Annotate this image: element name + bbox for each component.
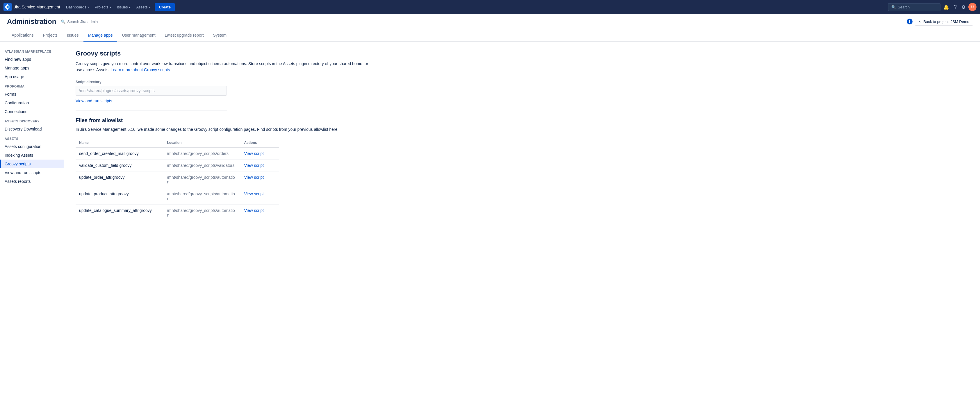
table-header-row: Name Location Actions: [76, 138, 279, 148]
cell-name: update_catalogue_summary_attr.groovy: [76, 205, 164, 221]
sidebar-section-label: ASSETS DISCOVERY: [0, 116, 64, 125]
gear-icon: ⚙: [961, 4, 966, 10]
secondary-navigation: Applications Projects Issues Manage apps…: [0, 29, 980, 41]
chevron-down-icon: ▾: [88, 6, 89, 9]
tab-latest-upgrade-report[interactable]: Latest upgrade report: [160, 29, 208, 41]
top-nav-right: 🔍 Search 🔔 ? ⚙ U: [888, 2, 977, 12]
cell-actions: View script: [240, 188, 279, 205]
tab-issues[interactable]: Issues: [62, 29, 83, 41]
sidebar-item-connections[interactable]: Connections: [0, 107, 64, 116]
sidebar-section-proforma: PROFORMA Forms Configuration Connections: [0, 81, 64, 116]
view-script-link[interactable]: View script: [244, 175, 264, 179]
content-description: Groovy scripts give you more control ove…: [76, 61, 372, 73]
cell-location: /mnt/shared/groovy_scripts/orders: [164, 148, 240, 160]
cell-name: validate_custom_field.groovy: [76, 160, 164, 171]
sidebar-item-app-usage[interactable]: App usage: [0, 72, 64, 81]
sidebar-item-discovery-download[interactable]: Discovery Download: [0, 125, 64, 133]
assets-nav-btn[interactable]: Assets ▾: [134, 3, 153, 11]
back-button-label: Back to project: JSM Demo: [924, 19, 969, 24]
sidebar-item-find-new-apps[interactable]: Find new apps: [0, 55, 64, 63]
script-directory-input[interactable]: [76, 86, 227, 96]
chevron-down-icon: ▾: [129, 6, 130, 9]
cell-actions: View script: [240, 160, 279, 171]
table-row: update_product_attr.groovy /mnt/shared/g…: [76, 188, 279, 205]
sidebar-section-label: ATLASSIAN MARKETPLACE: [0, 46, 64, 55]
admin-search[interactable]: 🔍 Search Jira admin: [61, 19, 98, 24]
cell-name: send_order_created_mail.groovy: [76, 148, 164, 160]
notifications-button[interactable]: 🔔: [942, 3, 951, 12]
main-layout: ATLASSIAN MARKETPLACE Find new apps Mana…: [0, 41, 980, 411]
search-icon: 🔍: [61, 19, 65, 24]
sidebar: ATLASSIAN MARKETPLACE Find new apps Mana…: [0, 41, 64, 411]
sidebar-section-label: ASSETS: [0, 133, 64, 142]
sidebar-item-indexing-assets[interactable]: Indexing Assets: [0, 151, 64, 160]
cell-location: /mnt/shared/groovy_scripts/automation: [164, 205, 240, 221]
bell-icon: 🔔: [943, 4, 949, 10]
dashboards-nav-btn[interactable]: Dashboards ▾: [64, 3, 91, 11]
cell-name: update_order_attr.groovy: [76, 171, 164, 188]
issues-nav-btn[interactable]: Issues ▾: [115, 3, 133, 11]
learn-more-link[interactable]: Learn more about Groovy scripts: [111, 67, 170, 72]
info-badge[interactable]: i: [907, 19, 913, 24]
sidebar-item-configuration[interactable]: Configuration: [0, 98, 64, 107]
admin-header: Administration 🔍 Search Jira admin i ↖ B…: [0, 14, 980, 29]
search-icon: 🔍: [891, 5, 896, 9]
view-script-link[interactable]: View script: [244, 192, 264, 196]
sidebar-item-view-run-scripts[interactable]: View and run scripts: [0, 168, 64, 177]
col-header-actions: Actions: [240, 138, 279, 148]
user-avatar[interactable]: U: [968, 3, 977, 11]
table-row: update_catalogue_summary_attr.groovy /mn…: [76, 205, 279, 221]
sidebar-section-assets: ASSETS Assets configuration Indexing Ass…: [0, 133, 64, 186]
tab-user-management[interactable]: User management: [117, 29, 160, 41]
view-script-link[interactable]: View script: [244, 151, 264, 156]
files-table: Name Location Actions send_order_created…: [76, 138, 279, 221]
cell-location: /mnt/shared/groovy_scripts/automation: [164, 171, 240, 188]
sidebar-section-label: PROFORMA: [0, 81, 64, 90]
sidebar-section-atlassian-marketplace: ATLASSIAN MARKETPLACE Find new apps Mana…: [0, 46, 64, 81]
global-search-box[interactable]: 🔍 Search: [888, 3, 940, 11]
chevron-down-icon: ▾: [149, 6, 150, 9]
view-script-link[interactable]: View script: [244, 208, 264, 213]
view-script-link[interactable]: View script: [244, 163, 264, 168]
admin-header-right: i ↖ Back to project: JSM Demo: [907, 18, 973, 25]
cell-actions: View script: [240, 171, 279, 188]
projects-nav-btn[interactable]: Projects ▾: [92, 3, 113, 11]
admin-title-row: Administration 🔍 Search Jira admin: [7, 17, 98, 25]
tab-system[interactable]: System: [208, 29, 231, 41]
admin-search-label: Search Jira admin: [67, 19, 98, 24]
sidebar-item-forms[interactable]: Forms: [0, 90, 64, 98]
app-name-label: Jira Service Management: [14, 5, 60, 9]
cell-actions: View script: [240, 148, 279, 160]
section-divider: [76, 110, 227, 111]
tab-projects[interactable]: Projects: [38, 29, 62, 41]
top-navigation: Jira Service Management Dashboards ▾ Pro…: [0, 0, 980, 14]
sidebar-item-assets-reports[interactable]: Assets reports: [0, 177, 64, 186]
help-button[interactable]: ?: [952, 2, 958, 12]
files-section-desc: In Jira Service Management 5.16, we made…: [76, 127, 372, 133]
sidebar-section-assets-discovery: ASSETS DISCOVERY Discovery Download: [0, 116, 64, 133]
settings-button[interactable]: ⚙: [959, 3, 967, 12]
help-icon: ?: [954, 4, 957, 10]
sidebar-item-groovy-scripts[interactable]: Groovy scripts: [0, 160, 64, 168]
col-header-name: Name: [76, 138, 164, 148]
app-logo[interactable]: Jira Service Management: [3, 3, 60, 11]
chevron-down-icon: ▾: [110, 6, 111, 9]
col-header-location: Location: [164, 138, 240, 148]
content-title: Groovy scripts: [76, 50, 372, 57]
cell-location: /mnt/shared/groovy_scripts/validators: [164, 160, 240, 171]
search-placeholder: Search: [898, 5, 910, 9]
cell-actions: View script: [240, 205, 279, 221]
create-button[interactable]: Create: [155, 3, 175, 11]
files-section-title: Files from allowlist: [76, 117, 372, 124]
sidebar-item-manage-apps[interactable]: Manage apps: [0, 63, 64, 72]
script-directory-label: Script directory: [76, 80, 372, 84]
page-title: Administration: [7, 17, 56, 25]
main-content: Groovy scripts Groovy scripts give you m…: [64, 41, 384, 411]
tab-applications[interactable]: Applications: [7, 29, 38, 41]
view-run-scripts-link[interactable]: View and run scripts: [76, 98, 112, 103]
table-row: update_order_attr.groovy /mnt/shared/gro…: [76, 171, 279, 188]
cell-location: /mnt/shared/groovy_scripts/automation: [164, 188, 240, 205]
sidebar-item-assets-configuration[interactable]: Assets configuration: [0, 142, 64, 151]
tab-manage-apps[interactable]: Manage apps: [83, 29, 118, 41]
back-to-project-button[interactable]: ↖ Back to project: JSM Demo: [915, 18, 973, 25]
